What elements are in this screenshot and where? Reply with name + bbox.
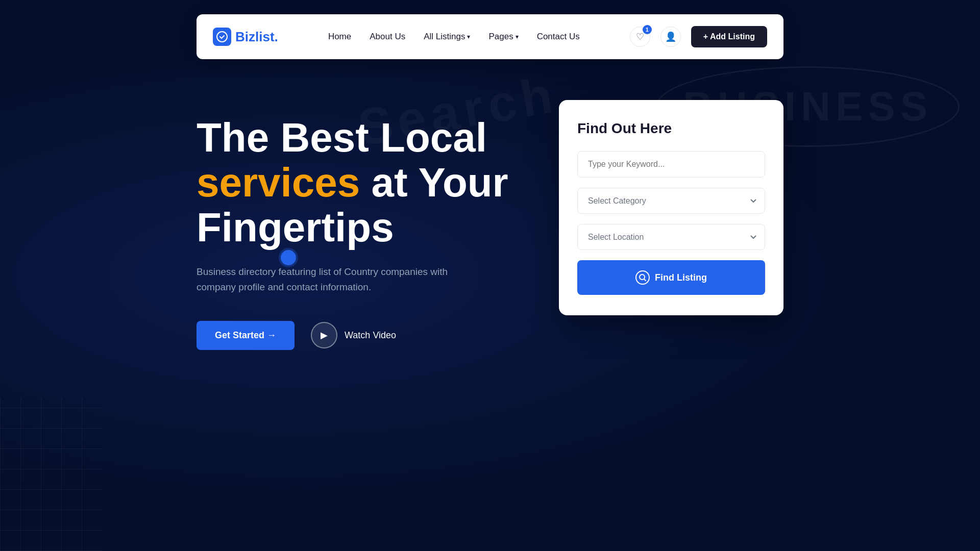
hero-title-line1: The Best Local xyxy=(197,115,487,160)
nav-link-listings[interactable]: All Listings xyxy=(424,32,470,42)
find-card-title: Find Out Here xyxy=(577,120,765,137)
location-select[interactable]: Select Location New York Los Angeles Chi… xyxy=(577,224,765,250)
play-icon: ▶ xyxy=(311,322,337,348)
heart-icon: ♡ xyxy=(636,31,644,42)
cursor-indicator xyxy=(281,250,296,265)
nav-link-pages[interactable]: Pages xyxy=(488,32,518,42)
nav-item-about[interactable]: About Us xyxy=(370,32,405,42)
get-started-label: Get Started → xyxy=(215,330,276,341)
keyword-input[interactable] xyxy=(577,151,765,178)
svg-line-2 xyxy=(644,279,646,281)
search-icon xyxy=(635,270,650,285)
hero-title-line3: Fingertips xyxy=(197,205,394,250)
category-form-group: Select Category Restaurants Hotels Healt… xyxy=(577,188,765,214)
nav-item-listings[interactable]: All Listings xyxy=(424,32,470,42)
nav-actions: ♡ 1 👤 + Add Listing xyxy=(630,26,767,47)
hero-left: The Best Local services at Your Fingerti… xyxy=(197,100,508,350)
hero-section: The Best Local services at Your Fingerti… xyxy=(197,100,783,350)
svg-point-0 xyxy=(217,32,227,42)
nav-link-contact[interactable]: Contact Us xyxy=(537,32,580,41)
category-select[interactable]: Select Category Restaurants Hotels Healt… xyxy=(577,188,765,214)
logo-icon xyxy=(213,28,231,46)
find-listing-button[interactable]: Find Listing xyxy=(577,260,765,295)
find-card: Find Out Here Select Category Restaurant… xyxy=(559,100,783,315)
user-button[interactable]: 👤 xyxy=(660,27,681,47)
hero-description: Business directory featuring list of Cou… xyxy=(197,264,462,295)
watch-video-button[interactable]: ▶ Watch Video xyxy=(311,322,396,348)
get-started-button[interactable]: Get Started → xyxy=(197,321,295,350)
add-listing-label: + Add Listing xyxy=(703,32,755,41)
nav-link-home[interactable]: Home xyxy=(328,32,351,41)
nav-link-about[interactable]: About Us xyxy=(370,32,405,41)
nav-links: Home About Us All Listings Pages Contact… xyxy=(328,32,580,42)
hero-title-line2: at Your xyxy=(372,160,508,205)
navbar: Bizlist. Home About Us All Listings Page… xyxy=(197,14,783,59)
nav-item-home[interactable]: Home xyxy=(328,32,351,42)
keyword-form-group xyxy=(577,151,765,178)
user-icon: 👤 xyxy=(665,31,676,42)
page-wrapper: Bizlist. Home About Us All Listings Page… xyxy=(0,0,980,551)
nav-item-contact[interactable]: Contact Us xyxy=(537,32,580,42)
nav-item-pages[interactable]: Pages xyxy=(488,32,518,42)
logo-text: Bizlist. xyxy=(235,29,278,45)
hero-title: The Best Local services at Your Fingerti… xyxy=(197,115,508,250)
logo[interactable]: Bizlist. xyxy=(213,28,278,46)
watch-video-label: Watch Video xyxy=(345,330,396,341)
hero-title-highlight: services xyxy=(197,160,360,205)
hero-actions: Get Started → ▶ Watch Video xyxy=(197,321,508,350)
find-listing-label: Find Listing xyxy=(655,272,707,283)
wishlist-button[interactable]: ♡ 1 xyxy=(630,27,650,47)
add-listing-button[interactable]: + Add Listing xyxy=(691,26,767,47)
wishlist-badge: 1 xyxy=(643,25,652,34)
location-form-group: Select Location New York Los Angeles Chi… xyxy=(577,224,765,250)
